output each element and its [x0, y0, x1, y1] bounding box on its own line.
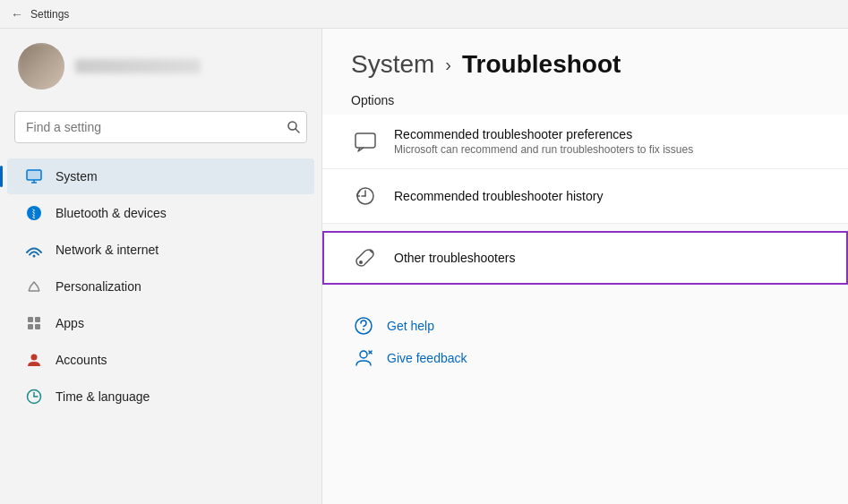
search-input[interactable]	[14, 111, 307, 143]
svg-rect-18	[355, 133, 375, 148]
personalization-icon	[25, 278, 43, 295]
sidebar-label-network: Network & internet	[56, 243, 158, 257]
option-recommended-preferences[interactable]: Recommended troubleshooter preferences M…	[322, 115, 848, 169]
svg-rect-10	[28, 317, 33, 322]
avatar	[18, 43, 64, 90]
network-icon	[25, 241, 43, 259]
give-feedback-link[interactable]: Give feedback	[351, 346, 819, 371]
give-feedback-label: Give feedback	[387, 351, 467, 365]
option-recommended-preferences-title: Recommended troubleshooter preferences	[394, 127, 693, 141]
options-list: Recommended troubleshooter preferences M…	[322, 115, 848, 306]
accounts-icon	[25, 351, 43, 369]
svg-rect-11	[35, 317, 40, 322]
get-help-icon: ?	[351, 313, 376, 338]
sidebar-item-bluetooth[interactable]: ⦚ Bluetooth & devices	[7, 195, 314, 231]
svg-line-1	[296, 129, 299, 132]
sidebar-item-apps[interactable]: Apps	[7, 305, 314, 341]
apps-icon	[25, 314, 43, 332]
app-title: Settings	[30, 8, 69, 21]
sidebar-label-apps: Apps	[56, 316, 84, 330]
breadcrumb-parent: System	[351, 50, 434, 79]
wrench-icon	[351, 243, 380, 272]
sidebar-item-accounts[interactable]: Accounts	[7, 342, 314, 378]
breadcrumb-chevron: ›	[445, 55, 451, 75]
svg-text:⦚: ⦚	[31, 208, 37, 220]
chat-icon	[351, 127, 380, 156]
sidebar-item-network[interactable]: Network & internet	[7, 232, 314, 268]
content-header: System › Troubleshoot	[322, 29, 848, 93]
breadcrumb-current: Troubleshoot	[462, 50, 621, 79]
sidebar-label-bluetooth: Bluetooth & devices	[56, 206, 167, 220]
system-icon	[25, 167, 43, 185]
sidebar-label-system: System	[56, 169, 98, 184]
bluetooth-icon: ⦚	[25, 204, 43, 222]
main-layout: System ⦚ Bluetooth & devices	[0, 29, 848, 504]
sidebar-label-personalization: Personalization	[56, 279, 141, 294]
svg-rect-3	[27, 170, 41, 180]
avatar-image	[18, 43, 64, 90]
sidebar-label-accounts: Accounts	[56, 353, 107, 367]
feedback-icon	[351, 346, 376, 371]
help-links: ? Get help Give feedback	[322, 306, 848, 378]
history-icon	[351, 182, 380, 210]
option-recommended-preferences-text: Recommended troubleshooter preferences M…	[394, 127, 693, 156]
svg-point-14	[31, 355, 38, 361]
svg-rect-13	[35, 324, 40, 329]
svg-rect-12	[28, 324, 33, 329]
options-section-label: Options	[322, 93, 848, 115]
option-recommended-history-title: Recommended troubleshooter history	[394, 189, 603, 203]
svg-point-8	[33, 255, 36, 258]
time-icon	[25, 388, 43, 406]
sidebar-item-personalization[interactable]: Personalization	[7, 269, 314, 304]
search-button[interactable]	[287, 121, 300, 133]
sidebar-profile	[0, 29, 321, 104]
sidebar-nav: System ⦚ Bluetooth & devices	[0, 158, 321, 415]
option-other-troubleshooters-text: Other troubleshooters	[394, 251, 515, 265]
option-other-troubleshooters[interactable]: Other troubleshooters	[322, 231, 848, 285]
svg-point-20	[359, 261, 363, 264]
sidebar-item-system[interactable]: System	[7, 158, 314, 194]
search-icon	[287, 121, 300, 133]
option-recommended-preferences-subtitle: Microsoft can recommend and run troubles…	[394, 143, 693, 156]
title-bar: ← Settings	[0, 0, 848, 29]
back-button[interactable]: ←	[11, 7, 23, 21]
get-help-label: Get help	[387, 319, 434, 333]
option-recommended-history[interactable]: Recommended troubleshooter history	[322, 169, 848, 224]
content-area: System › Troubleshoot Options Recommende…	[322, 29, 848, 504]
option-other-troubleshooters-title: Other troubleshooters	[394, 251, 515, 265]
option-recommended-history-text: Recommended troubleshooter history	[394, 189, 603, 203]
sidebar-item-time[interactable]: Time & language	[7, 379, 314, 414]
search-box	[14, 111, 307, 143]
sidebar: System ⦚ Bluetooth & devices	[0, 29, 322, 504]
profile-name	[75, 59, 201, 73]
sidebar-label-time: Time & language	[56, 389, 150, 404]
get-help-link[interactable]: ? Get help	[351, 313, 819, 338]
svg-point-25	[360, 351, 367, 358]
